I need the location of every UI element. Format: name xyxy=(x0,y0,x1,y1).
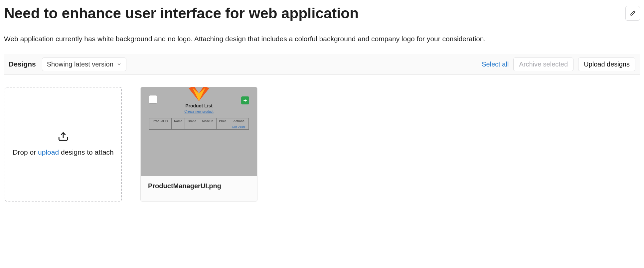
dropzone-text: Drop or upload designs to attach xyxy=(13,147,114,158)
th-madein: Made In xyxy=(199,118,217,124)
design-card[interactable]: Product List Create new product Product … xyxy=(140,87,257,201)
th-brand: Brand xyxy=(185,118,199,124)
dropzone-suffix: designs to attach xyxy=(59,148,114,156)
thumb-table: Product ID Name Brand Made In Price Acti… xyxy=(149,118,249,130)
designs-section-label: Designs xyxy=(9,60,36,68)
issue-title: Need to enhance user interface for web a… xyxy=(4,4,359,22)
row-edit: Edit xyxy=(232,125,237,128)
logo-icon xyxy=(184,87,214,101)
th-productid: Product ID xyxy=(149,118,172,124)
issue-description: Web application currently has white back… xyxy=(4,34,636,45)
designs-toolbar: Designs Showing latest version Select al… xyxy=(4,54,640,75)
row-delete: Delete xyxy=(238,125,245,128)
select-all-link[interactable]: Select all xyxy=(482,61,509,68)
upload-icon xyxy=(58,130,69,142)
upload-dropzone[interactable]: Drop or upload designs to attach xyxy=(5,87,122,201)
archive-selected-button[interactable]: Archive selected xyxy=(513,58,573,71)
edit-title-button[interactable] xyxy=(625,6,640,21)
dropzone-prefix: Drop or xyxy=(13,148,38,156)
add-badge xyxy=(241,96,249,104)
design-select-checkbox[interactable] xyxy=(149,95,157,104)
chevron-down-icon xyxy=(117,62,121,67)
th-price: Price xyxy=(217,118,229,124)
pencil-icon xyxy=(629,10,636,17)
th-actions: Actions xyxy=(229,118,248,124)
dropzone-upload-link[interactable]: upload xyxy=(38,148,59,156)
thumb-title: Product List xyxy=(185,103,213,108)
version-dropdown[interactable]: Showing latest version xyxy=(42,58,126,71)
th-name: Name xyxy=(171,118,185,124)
design-filename: ProductManagerUI.png xyxy=(148,182,250,190)
upload-designs-button[interactable]: Upload designs xyxy=(578,58,635,71)
thumb-create-link: Create new product xyxy=(184,110,213,113)
version-dropdown-label: Showing latest version xyxy=(47,61,113,68)
plus-icon xyxy=(243,98,247,103)
design-thumbnail: Product List Create new product Product … xyxy=(141,87,257,176)
